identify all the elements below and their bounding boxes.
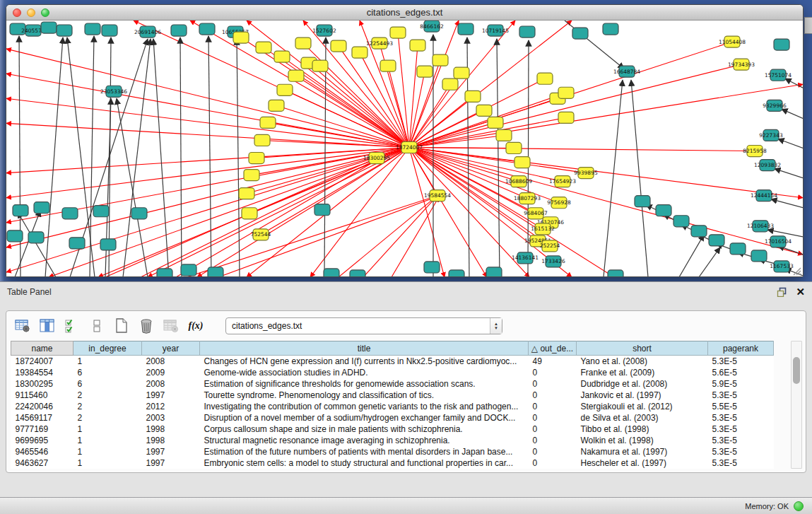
graph-node[interactable]: [417, 66, 433, 77]
graph-node[interactable]: 19734393: [728, 59, 755, 70]
graph-node[interactable]: [57, 25, 72, 36]
new-table-icon[interactable]: [112, 317, 131, 335]
graph-node[interactable]: [465, 90, 481, 102]
table-cell[interactable]: 5.3E-5: [708, 435, 774, 446]
table-cell[interactable]: 2: [73, 390, 142, 401]
graph-node[interactable]: [181, 264, 196, 276]
table-cell[interactable]: 1997: [142, 446, 200, 457]
graph-node[interactable]: [331, 40, 346, 52]
graph-node[interactable]: [239, 188, 254, 199]
graph-node[interactable]: [380, 60, 396, 71]
zoom-window-icon[interactable]: [41, 8, 49, 17]
column-header-year[interactable]: year: [142, 341, 200, 356]
table-cell[interactable]: Stergiakouli et al. (2012): [577, 401, 708, 412]
graph-node[interactable]: [603, 23, 618, 35]
table-cell[interactable]: 2009: [142, 367, 200, 378]
table-row[interactable]: 2242004622012Investigating the contribut…: [11, 401, 774, 412]
table-cell[interactable]: 1: [73, 356, 142, 367]
graph-node[interactable]: [208, 267, 223, 277]
vertical-scrollbar[interactable]: [791, 341, 802, 469]
table-row[interactable]: 969969511998Structural magnetic resonanc…: [11, 435, 774, 446]
table-cell[interactable]: 1998: [142, 435, 200, 446]
graph-node[interactable]: [131, 208, 147, 219]
graph-node[interactable]: [454, 67, 469, 78]
graph-node[interactable]: [260, 117, 276, 128]
graph-edge-red[interactable]: [409, 135, 504, 147]
graph-node[interactable]: [295, 37, 311, 49]
graph-node[interactable]: [442, 78, 458, 90]
table-cell[interactable]: Estimation of significance thresholds fo…: [200, 378, 529, 390]
graph-node[interactable]: [324, 269, 339, 277]
graph-edge-red[interactable]: [409, 45, 418, 147]
table-cell[interactable]: Investigating the contribution of common…: [200, 401, 529, 412]
graph-node[interactable]: 1527602: [312, 25, 336, 36]
column-header-out-de-[interactable]: △ out_de...: [529, 341, 577, 356]
graph-node[interactable]: [608, 270, 623, 277]
graph-node[interactable]: [449, 270, 464, 277]
graph-node[interactable]: 8466162: [420, 21, 444, 32]
function-builder-icon[interactable]: f(x): [187, 317, 205, 335]
table-cell[interactable]: Tourette syndrome. Phenomenology and cla…: [200, 390, 529, 401]
graph-node[interactable]: 10719145: [482, 25, 509, 36]
table-row[interactable]: 1938455462009Genome-wide association stu…: [11, 367, 774, 378]
table-cell[interactable]: 2: [73, 401, 142, 412]
table-cell[interactable]: 0: [529, 457, 577, 469]
table-cell[interactable]: 5.3E-5: [708, 446, 774, 457]
graph-node[interactable]: [157, 269, 172, 277]
graph-edge-black[interactable]: [699, 247, 720, 277]
graph-node[interactable]: 20691406: [134, 26, 161, 37]
table-cell[interactable]: 14569117: [11, 412, 73, 424]
graph-node[interactable]: [390, 27, 406, 38]
column-header-in-degree[interactable]: in_degree: [73, 341, 142, 356]
graph-node[interactable]: 17016504: [765, 236, 792, 247]
table-cell[interactable]: Estimation of the future numbers of pati…: [200, 446, 529, 457]
graph-node[interactable]: [102, 25, 117, 36]
graph-edge-red[interactable]: [148, 147, 409, 277]
graph-node[interactable]: [352, 47, 367, 58]
select-column-icon[interactable]: [38, 317, 57, 335]
graph-node[interactable]: [7, 230, 23, 242]
graph-node[interactable]: [458, 23, 473, 35]
table-cell[interactable]: Nakamura et al. (1997): [577, 446, 708, 457]
column-header-title[interactable]: title: [200, 341, 529, 356]
table-cell[interactable]: 1: [73, 435, 142, 446]
graph-node[interactable]: [558, 112, 574, 123]
graph-node[interactable]: [254, 134, 270, 146]
graph-node[interactable]: [249, 153, 264, 164]
table-cell[interactable]: 5.9E-5: [708, 378, 774, 390]
table-cell[interactable]: Wolkin et al. (1998): [577, 435, 708, 446]
graph-edge-black[interactable]: [117, 98, 148, 277]
table-cell[interactable]: 5.6E-5: [708, 367, 774, 378]
graph-edge-black[interactable]: [153, 39, 169, 277]
table-cell[interactable]: Disruption of a novel member of a sodium…: [200, 412, 529, 424]
graph-node[interactable]: [537, 73, 553, 84]
table-cell[interactable]: 0: [529, 435, 577, 446]
graph-node[interactable]: [486, 267, 502, 277]
table-row[interactable]: 977716911998Corpus callosum shape and si…: [11, 424, 774, 435]
graph-node[interactable]: [635, 196, 650, 207]
table-cell[interactable]: 1: [73, 446, 142, 457]
table-cell[interactable]: 0: [529, 412, 577, 424]
graph-edge-black[interactable]: [782, 109, 803, 118]
table-cell[interactable]: Corpus callosum shape and size in male p…: [200, 424, 529, 435]
table-row[interactable]: 1456911722003Disruption of a novel membe…: [11, 412, 774, 424]
graph-node[interactable]: [656, 205, 671, 216]
graph-edge-red[interactable]: [176, 160, 378, 277]
delete-table-icon[interactable]: [137, 317, 155, 335]
graph-node[interactable]: [85, 23, 100, 35]
graph-node[interactable]: [691, 226, 707, 237]
graph-node[interactable]: [100, 239, 116, 250]
graph-node[interactable]: [171, 25, 187, 36]
table-cell[interactable]: 9699695: [11, 435, 73, 446]
table-cell[interactable]: 1: [73, 424, 142, 435]
graph-edge-black[interactable]: [324, 37, 326, 277]
table-cell[interactable]: 5.3E-5: [708, 424, 774, 435]
graph-node[interactable]: 252254: [540, 240, 560, 252]
graph-node[interactable]: [277, 84, 293, 95]
table-cell[interactable]: 6: [73, 367, 142, 378]
graph-node[interactable]: 752544: [251, 229, 271, 240]
graph-node[interactable]: [256, 42, 271, 53]
table-cell[interactable]: 6: [73, 378, 142, 390]
graph-edge-black[interactable]: [775, 169, 803, 178]
graph-node[interactable]: 17654923: [549, 176, 576, 187]
